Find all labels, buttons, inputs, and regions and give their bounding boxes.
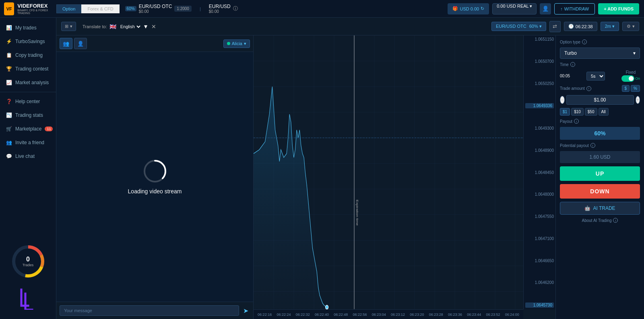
logo-icon: VF [4,2,14,15]
donut-chart: 0 Trades [10,243,46,280]
sidebar-divider-1 [0,92,56,92]
time-label-4: 06:22:40 [315,313,329,317]
tab-option[interactable]: Option [56,4,81,13]
fixed-toggle[interactable] [621,75,634,82]
topbar-tabs: Option Forex & CFD [56,4,120,13]
trades-icon: 📊 [6,25,12,31]
tab-forex[interactable]: Forex & CFD [81,4,119,13]
topbar-right: 🎁 USD 0.00 ↻ 0.00 USD REAL ▾ 👤 ↑ WITHDRA… [448,3,644,14]
marketplace-icon: 🛒 [6,126,12,132]
lc-logo [18,288,38,312]
loading-spinner [143,159,167,183]
sidebar-item-help[interactable]: ❓ Help center [0,95,56,108]
dollar-pct-button[interactable]: $ [622,85,630,92]
chart-toolbar: ⊞ ▾ Translate to: 🇬🇧 English ▾ ✕ EUR/USD… [56,18,644,35]
option-type-label: Option type [560,40,580,44]
quick-1-button[interactable]: $1 [560,108,570,116]
content-area: ⊞ ▾ Translate to: 🇬🇧 English ▾ ✕ EUR/USD… [56,18,644,319]
increase-button[interactable]: + [636,96,640,104]
settings-button[interactable]: ⚙ ▾ [622,22,639,31]
sidebar-label-marketplace: Marketplace [15,126,41,132]
option-type-section: Option type i [560,39,640,44]
gift-button[interactable]: 🎁 USD 0.00 ↻ [448,3,489,14]
decrease-button[interactable]: − [560,96,565,104]
option-type-value[interactable]: Turbo ▾ [560,48,640,59]
option-type-info-icon: i [582,39,587,44]
quick-10-button[interactable]: $10 [571,108,584,116]
potential-payout-label: Potential payout [560,143,589,148]
price-1: 1.0651150 [525,37,554,41]
ai-trade-icon: 🤖 [584,205,590,211]
add-funds-button[interactable]: + ADD FUNDS [598,3,639,14]
withdraw-button[interactable]: ↑ WITHDRAW [554,3,595,14]
lc-logo-svg [18,288,38,310]
language-select[interactable]: English [119,24,142,29]
topbar-pair2: EUR/USD $0.00 ⓘ [203,4,244,14]
sidebar-item-live-chat[interactable]: 💬 Live chat [0,149,56,163]
stats-icon: 📉 [6,112,12,118]
video-group-tab[interactable]: 👥 [60,38,72,49]
quick-50-button[interactable]: $50 [585,108,597,116]
about-ai-info-icon: i [613,218,618,223]
ai-trade-label: AI TRADE [593,205,615,211]
time-label-7: 06:23:04 [372,313,386,317]
potential-payout-value: 1.60 USD [560,151,640,163]
price-6: 1.0648900 [525,148,554,153]
pair-chevron-icon: ▾ [539,24,542,29]
timeframe-label: 2m [605,24,611,29]
time-label-14: 06:24:00 [505,313,519,317]
chat-send-button[interactable]: ➤ [242,305,250,316]
pair-selector-button[interactable]: EUR/USD OTC 60% ▾ [491,22,546,31]
percent-pct-button[interactable]: % [631,85,640,92]
loading-spinner-container [143,159,167,183]
pair-selector-label: EUR/USD OTC [496,24,526,29]
amount-input[interactable] [566,95,634,105]
sidebar-label-turbo: TurboSavings [15,39,45,44]
quick-all-button[interactable]: All [599,108,609,116]
time-select[interactable]: 5s [586,72,605,81]
chart-time: 06:22:38 [576,24,593,29]
time-section: Time i [560,62,640,67]
chat-input[interactable] [60,305,239,316]
pair2-info-icon[interactable]: ⓘ [233,5,238,12]
sidebar: 📊 My trades ⚡ TurboSavings 📋 Copy tradin… [0,18,56,319]
amount-row: − + [560,95,640,105]
loading-text: Loading video stream [128,188,182,195]
payout-section: Payout i [560,119,640,124]
trade-amount-info-icon: i [586,86,591,91]
layout-button[interactable]: ⊞ ▾ [61,22,76,31]
price-3: 1.0650250 [525,81,554,86]
sidebar-label-stats: Trading stats [15,112,43,118]
trader-select[interactable]: Alicia ▾ [223,39,250,48]
payout-info-icon: i [574,119,579,124]
sidebar-item-invite[interactable]: 👥 Invite a friend [0,136,56,149]
ai-trade-button[interactable]: 🤖 AI TRADE [560,202,640,215]
sidebar-item-marketplace[interactable]: 🛒 Marketplace 11 [0,122,56,136]
down-button[interactable]: DOWN [560,184,640,199]
svg-text:Expiration time: Expiration time [355,200,359,226]
chart-toolbar-center: EUR/USD OTC 60% ▾ ⇄ 🕐 06:22:38 2m ▾ ⚙ [491,21,639,32]
sidebar-item-my-trades[interactable]: 📊 My trades [0,21,56,35]
group-icon: 👥 [63,41,69,47]
sidebar-item-trading-stats[interactable]: 📉 Trading stats [0,108,56,122]
sidebar-logo-lc [0,284,56,316]
sidebar-item-turbo-savings[interactable]: ⚡ TurboSavings [0,35,56,48]
price-2: 1.0650700 [525,59,554,64]
balance-dropdown[interactable]: 0.00 USD REAL ▾ [492,3,537,14]
sidebar-item-copy-trading[interactable]: 📋 Copy trading [0,48,56,62]
translate-close-button[interactable]: ✕ [151,23,156,30]
arrows-button[interactable]: ⇄ [549,21,561,32]
video-person-tab[interactable]: 👤 [74,38,87,49]
time-row: 00:05 5s Fixed On [560,70,640,82]
sidebar-item-market-analysis[interactable]: 📈 Market analysis [0,76,56,89]
time-value: 00:05 [560,74,570,78]
timeframe-button[interactable]: 2m ▾ [601,22,619,31]
main-layout: 📊 My trades ⚡ TurboSavings 📋 Copy tradin… [0,18,644,319]
user-button[interactable]: 👤 [540,3,551,14]
live-chat-icon: 💬 [6,153,12,160]
sidebar-item-trading-contest[interactable]: 🏆 Trading contest [0,62,56,76]
toggle-dot [629,76,634,81]
pair-pct-label: 60% [529,24,538,29]
chevron-down-icon: ▾ [70,24,72,29]
up-button[interactable]: UP [560,166,640,181]
